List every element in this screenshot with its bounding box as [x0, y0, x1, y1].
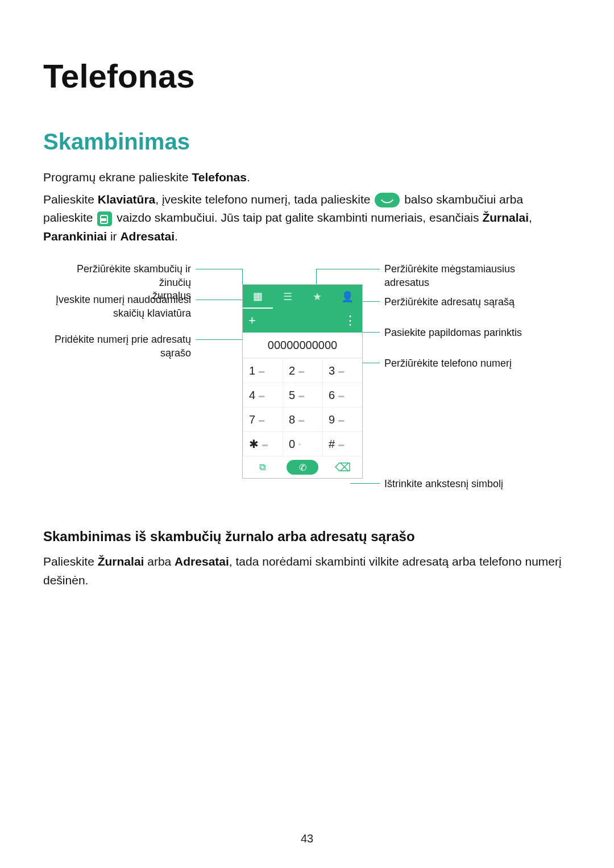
text: vaizdo skambučiui. Jūs taip pat galite s…	[113, 211, 482, 224]
key-9[interactable]: 9▬	[322, 407, 362, 431]
tab-favorites[interactable]: ★	[302, 285, 333, 309]
text: , įveskite telefono numerį, tada paliesk…	[155, 193, 374, 206]
key-sub: ▪	[298, 441, 301, 447]
bold-text: Telefonas	[192, 171, 246, 184]
tab-contacts[interactable]: 👤	[333, 285, 363, 309]
callout-favorites: Peržiūrėkite mėgstamiausius adresatus	[384, 263, 566, 289]
key-label: 4	[249, 389, 255, 402]
action-row: ⧉ ✆ ⌫	[243, 456, 362, 478]
key-sub: ▬	[298, 368, 304, 374]
text: arba	[144, 555, 175, 568]
more-icon[interactable]: ⋮	[344, 313, 356, 328]
connector-line	[196, 339, 242, 340]
key-5[interactable]: 5▬	[283, 383, 322, 407]
key-sub: ▬	[298, 417, 304, 423]
connector-line	[362, 363, 380, 363]
key-1[interactable]: 1▬	[243, 358, 283, 383]
key-3[interactable]: 3▬	[322, 358, 362, 383]
key-label: 2	[289, 364, 295, 377]
video-call-icon	[97, 211, 112, 226]
key-label: 5	[289, 389, 295, 402]
key-0[interactable]: 0▪	[283, 431, 322, 456]
text: Palieskite	[43, 555, 98, 568]
dialer-diagram: Peržiūrėkite skambučių ir žinučių žurnal…	[43, 261, 571, 506]
tab-logs[interactable]: ☰	[273, 285, 303, 309]
connector-line	[350, 483, 380, 484]
key-label: 8	[289, 413, 295, 426]
bold-text: Žurnalai	[482, 211, 529, 224]
callout-keypad-tab: Įveskite numerį naudodamiesi skaičių kla…	[43, 293, 191, 320]
key-6[interactable]: 6▬	[322, 383, 362, 407]
key-sub: ▬	[259, 417, 264, 423]
key-2[interactable]: 2▬	[283, 358, 322, 383]
page-title: Telefonas	[43, 57, 571, 95]
key-label: #	[329, 438, 335, 451]
backspace-button[interactable]: ⌫	[329, 460, 357, 475]
key-hash[interactable]: #▬	[322, 431, 362, 456]
key-label: ✱	[249, 437, 259, 451]
key-sub: ▬	[338, 392, 344, 398]
text: Programų ekrane palieskite	[43, 171, 192, 184]
video-call-button[interactable]: ⧉	[248, 460, 276, 475]
text: ,	[529, 211, 532, 224]
connector-line	[316, 269, 380, 269]
section-heading: Skambinimas	[43, 129, 571, 155]
key-sub: ▬	[338, 441, 344, 447]
callout-backspace: Ištrinkite ankstesnį simbolį	[384, 477, 566, 491]
text: ir	[107, 230, 120, 243]
text: .	[247, 171, 250, 184]
paragraph-1: Programų ekrane palieskite Telefonas.	[43, 168, 571, 187]
key-label: 3	[329, 364, 335, 377]
key-sub: ▬	[262, 441, 268, 447]
key-label: 0	[289, 438, 295, 451]
key-sub: ▬	[259, 392, 264, 398]
callout-contacts-list: Peržiūrėkite adresatų sąrašą	[384, 296, 566, 309]
bold-text: Adresatai	[175, 555, 229, 568]
bold-text: Žurnalai	[98, 555, 144, 568]
call-button[interactable]: ✆	[287, 460, 318, 475]
subheading: Skambinimas iš skambučių žurnalo arba ad…	[43, 529, 571, 545]
key-label: 9	[329, 413, 335, 426]
connector-line	[196, 269, 242, 269]
page-number: 43	[0, 832, 614, 845]
page: Telefonas Skambinimas Programų ekrane pa…	[0, 0, 614, 868]
tab-bar: ▦ ☰ ★ 👤	[243, 285, 362, 309]
key-4[interactable]: 4▬	[243, 383, 283, 407]
key-7[interactable]: 7▬	[243, 407, 283, 431]
text: .	[175, 230, 178, 243]
key-sub: ▬	[338, 368, 344, 374]
callout-add-contact: Pridėkite numerį prie adresatų sąrašo	[43, 333, 191, 360]
key-sub: ▬	[259, 368, 264, 374]
key-8[interactable]: 8▬	[283, 407, 322, 431]
paragraph-3: Palieskite Žurnalai arba Adresatai, tada…	[43, 553, 571, 589]
key-label: 6	[329, 389, 335, 402]
tab-keypad[interactable]: ▦	[243, 285, 273, 309]
bold-text: Parankiniai	[43, 230, 107, 243]
paragraph-2: Palieskite Klaviatūra, įveskite telefono…	[43, 190, 571, 246]
key-label: 1	[249, 364, 255, 377]
call-icon	[375, 193, 400, 207]
add-row: + ⋮	[243, 309, 362, 333]
key-sub: ▬	[298, 392, 304, 398]
phone-mock: ▦ ☰ ★ 👤 + ⋮ 00000000000 1▬ 2▬ 3▬ 4▬ 5▬ 6…	[242, 284, 363, 479]
bold-text: Klaviatūra	[98, 193, 156, 206]
key-label: 7	[249, 413, 255, 426]
add-contact-icon[interactable]: +	[248, 313, 256, 328]
text: Palieskite	[43, 193, 98, 206]
key-star[interactable]: ✱▬	[243, 431, 283, 456]
callout-more-options: Pasiekite papildomas parinktis	[384, 326, 566, 339]
number-display: 00000000000	[243, 333, 362, 358]
bold-text: Adresatai	[120, 230, 175, 243]
keypad: 1▬ 2▬ 3▬ 4▬ 5▬ 6▬ 7▬ 8▬ 9▬ ✱▬ 0▪ #▬	[243, 358, 362, 456]
callout-phone-number: Peržiūrėkite telefono numerį	[384, 357, 566, 370]
key-sub: ▬	[338, 417, 344, 423]
